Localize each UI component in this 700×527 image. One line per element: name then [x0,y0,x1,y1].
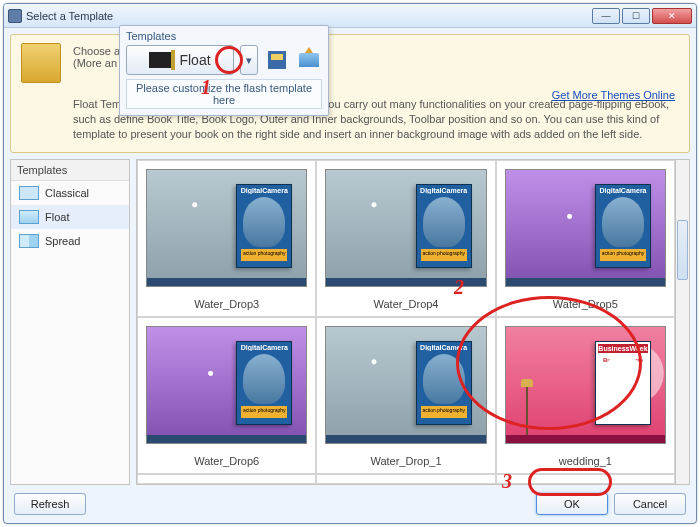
template-thumb: action photography [146,169,307,287]
scrollbar-thumb[interactable] [677,220,688,280]
sidebar-item-float[interactable]: Float [11,205,129,229]
float-icon [19,210,39,224]
sidebar-item-label: Spread [45,235,80,247]
sidebar-item-label: Float [45,211,69,223]
window-title: Select a Template [26,10,113,22]
dialog-window: Select a Template — ☐ ✕ Choose a (More a… [3,3,697,524]
template-cell[interactable]: action photography Water_Drop4 [316,160,495,317]
maximize-button[interactable]: ☐ [622,8,650,24]
cancel-button[interactable]: Cancel [614,493,686,515]
annotation-number-1: 1 [201,76,211,99]
button-row: Refresh OK Cancel [10,491,690,517]
popup-title: Templates [126,30,322,42]
template-thumb: action photography [325,326,486,444]
template-cell-partial [316,474,495,484]
info-choose-text: Choose a [73,45,120,57]
template-caption: Water_Drop3 [138,295,315,316]
get-themes-link[interactable]: Get More Themes Online [552,89,675,101]
import-template-button[interactable] [296,47,322,73]
template-caption: wedding_1 [497,452,674,473]
refresh-button[interactable]: Refresh [14,493,86,515]
template-cell[interactable]: action photography Water_Drop5 [496,160,675,317]
sidebar-title: Templates [11,160,129,181]
close-button[interactable]: ✕ [652,8,692,24]
template-thumb: action photography [505,169,666,287]
sidebar-item-label: Classical [45,187,89,199]
titlebar: Select a Template — ☐ ✕ [4,4,696,28]
template-select-label: Float [179,52,210,68]
ok-button[interactable]: OK [536,493,608,515]
template-cell-selected[interactable]: Buyer Beware wedding_1 [496,317,675,474]
spread-icon [19,234,39,248]
template-caption: Water_Drop4 [317,295,494,316]
floppy-icon [268,51,286,69]
templates-popup: Templates Float ▾ Please customize the f… [119,25,329,116]
template-caption: Water_Drop5 [497,295,674,316]
annotation-number-2: 2 [454,276,464,299]
template-dropdown-button[interactable]: ▾ [240,45,258,75]
templates-sidebar: Templates Classical Float Spread [10,159,130,485]
save-template-button[interactable] [264,47,290,73]
main-row: Templates Classical Float Spread act [10,159,690,485]
import-icon [299,53,319,67]
template-thumb: action photography [325,169,486,287]
template-cell[interactable]: action photography Water_Drop3 [137,160,316,317]
window-buttons: — ☐ ✕ [592,8,692,24]
sidebar-item-classical[interactable]: Classical [11,181,129,205]
gallery-wrap: action photography Water_Drop3 action ph… [136,159,690,485]
annotation-number-3: 3 [502,470,512,493]
content-area: Choose a (More an Get More Themes Online… [4,28,696,523]
gallery-scrollbar[interactable] [676,159,690,485]
template-cell[interactable]: action photography Water_Drop_1 [316,317,495,474]
template-select-button[interactable]: Float [126,45,234,75]
template-gallery: action photography Water_Drop3 action ph… [136,159,676,485]
sidebar-item-spread[interactable]: Spread [11,229,129,253]
book-black-icon [149,52,171,68]
info-panel: Choose a (More an Get More Themes Online… [10,34,690,153]
template-caption: Water_Drop6 [138,452,315,473]
template-cell[interactable]: action photography Water_Drop6 [137,317,316,474]
classical-icon [19,186,39,200]
template-thumb: Buyer Beware [505,326,666,444]
template-thumb: action photography [146,326,307,444]
popup-hint: Please customize the flash template here [126,79,322,109]
template-cell-partial [137,474,316,484]
book-icon [21,43,61,83]
template-cell-partial [496,474,675,484]
app-icon [8,9,22,23]
template-caption: Water_Drop_1 [317,452,494,473]
minimize-button[interactable]: — [592,8,620,24]
info-more-text: (More an [73,57,117,69]
